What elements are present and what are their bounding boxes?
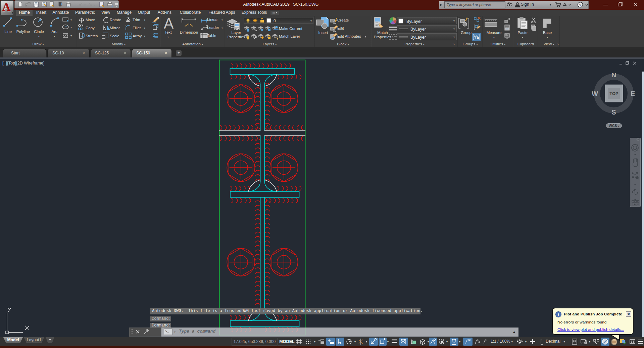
svg-text:TOP: TOP: [609, 91, 618, 96]
svg-text:i: i: [558, 312, 559, 317]
svg-text:S: S: [611, 108, 616, 116]
svg-text:E: E: [631, 90, 635, 97]
svg-text:N: N: [611, 73, 616, 79]
svg-text:W: W: [592, 90, 598, 97]
